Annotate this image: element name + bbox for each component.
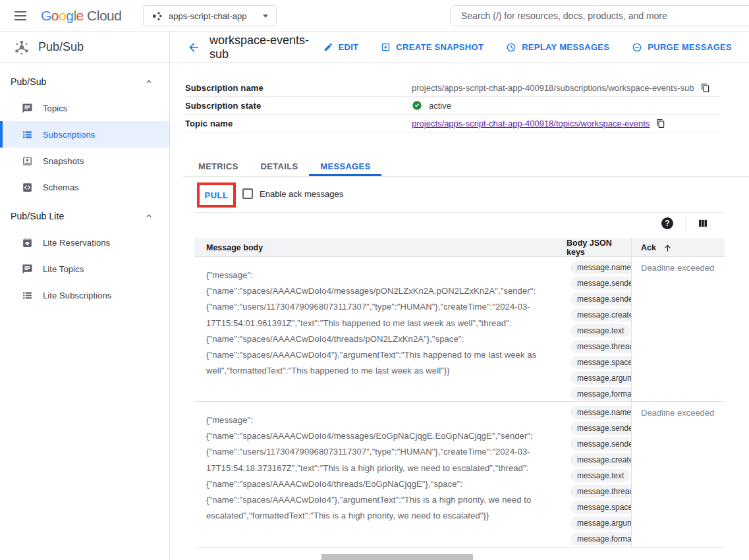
topics-icon: [22, 103, 33, 114]
json-key-chip: message.formattedText: [570, 387, 631, 401]
action-label: EDIT: [339, 42, 359, 52]
ack-column-label: Ack: [641, 243, 656, 252]
column-header-message-body: Message body: [194, 238, 567, 257]
main-content: Subscription name projects/apps-script-c…: [170, 63, 749, 560]
table-header: Message body Body JSON keys Ack: [194, 238, 725, 257]
nav-item-label: Topics: [43, 103, 67, 113]
sidebar-item-lite-reservations[interactable]: Lite Reservations: [0, 229, 169, 256]
clock-icon: [506, 42, 516, 53]
topbar: Google Cloud apps-script-chat-app: [0, 0, 749, 32]
sort-up-icon: [663, 243, 673, 253]
tab-bar: METRICSDETAILSMESSAGES: [183, 157, 749, 177]
action-label: CREATE SNAPSHOT: [396, 42, 484, 52]
pull-button-highlight: PULL: [197, 182, 236, 208]
json-keys-cell: message.namemessage.sender.namemessage.s…: [567, 257, 631, 401]
hamburger-menu-icon[interactable]: [14, 11, 28, 21]
nav-item-label: Snapshots: [43, 156, 84, 166]
json-key-chip: message.text: [570, 469, 630, 482]
sidebar-item-subscriptions[interactable]: Subscriptions: [0, 121, 169, 148]
nav-section-header-pub-sub[interactable]: Pub/Sub: [0, 69, 169, 95]
sidebar-item-snapshots[interactable]: Snapshots: [0, 148, 169, 174]
enable-ack-checkbox[interactable]: [242, 188, 253, 199]
action-label: PURGE MESSAGES: [648, 42, 732, 52]
page-header: workspace-events-sub EDITCREATE SNAPSHOT…: [170, 32, 749, 63]
google-cloud-logo[interactable]: Google Cloud: [41, 8, 121, 24]
message-body-cell: {"message": {"name":"spaces/AAAACwDoIo4/…: [194, 402, 567, 547]
section-divider: [194, 212, 725, 213]
pull-button[interactable]: PULL: [205, 190, 229, 200]
json-keys-cell: message.namemessage.sender.namemessage.s…: [567, 402, 631, 547]
nav-item-label: Subscriptions: [43, 130, 95, 140]
pubsub-icon: [13, 39, 30, 56]
horizontal-scrollbar-thumb[interactable]: [321, 554, 473, 560]
minus-circle-icon: [632, 42, 642, 53]
copy-button[interactable]: [656, 119, 665, 128]
ack-cell: Deadline exceeded: [631, 402, 725, 547]
message-body-cell: {"message": {"name":"spaces/AAAACwDoIo4/…: [194, 257, 567, 401]
json-key-chip: message.sender.name: [570, 277, 631, 290]
json-key-chip: message.space.name: [570, 356, 631, 369]
detail-label: Subscription state: [185, 101, 412, 111]
json-key-chip: message.space.name: [570, 501, 631, 514]
json-key-chip: message.createTime: [570, 453, 631, 466]
nav-item-label: Lite Topics: [43, 264, 84, 274]
replay-messages-button[interactable]: REPLAY MESSAGES: [506, 42, 609, 53]
copy-button[interactable]: [701, 83, 710, 93]
subscriptions-icon: [22, 129, 33, 140]
json-key-chip: message.text: [570, 324, 630, 337]
column-header-ack[interactable]: Ack: [631, 238, 725, 257]
nav-section-label: Pub/Sub: [11, 76, 144, 87]
detail-label: Topic name: [185, 119, 412, 128]
detail-row: Topic name projects/apps-script-chat-app…: [185, 115, 720, 132]
json-key-chip: message.thread.name: [570, 485, 631, 498]
topic-link[interactable]: projects/apps-script-chat-app-400918/top…: [412, 119, 650, 128]
nav-section-header-pub-sub-lite[interactable]: Pub/Sub Lite: [0, 203, 169, 229]
subscription-state-value: active: [429, 101, 451, 111]
sidebar-item-lite-subscriptions[interactable]: Lite Subscriptions: [0, 282, 169, 308]
messages-table: Message body Body JSON keys Ack {"messag…: [194, 238, 725, 548]
columns-icon[interactable]: [697, 217, 709, 229]
tab-messages[interactable]: MESSAGES: [309, 157, 381, 176]
search-bar: [450, 5, 749, 26]
chevron-up-icon: [144, 211, 153, 221]
tab-details[interactable]: DETAILS: [250, 157, 310, 176]
json-key-chip: message.createTime: [570, 308, 631, 322]
pencil-icon: [323, 42, 333, 52]
action-label: REPLAY MESSAGES: [522, 42, 609, 52]
sidebar-item-schemas[interactable]: Schemas: [0, 174, 169, 200]
product-name: Pub/Sub: [38, 40, 84, 54]
ack-cell: Deadline exceeded: [631, 257, 725, 401]
purge-messages-button[interactable]: PURGE MESSAGES: [632, 42, 732, 53]
nav-item-label: Schemas: [43, 182, 79, 192]
json-key-chip: message.formattedText: [570, 532, 631, 546]
edit-button[interactable]: EDIT: [323, 42, 359, 52]
reservations-icon: [22, 237, 33, 248]
detail-label: Subscription name: [185, 83, 412, 93]
page-title: workspace-events-sub: [209, 34, 323, 61]
json-key-chip: message.sender.name: [570, 422, 631, 435]
json-key-chip: message.sender.type: [570, 293, 631, 306]
nav-section-label: Pub/Sub Lite: [11, 211, 144, 221]
help-icon[interactable]: ?: [661, 217, 673, 229]
json-key-chip: message.argumentText: [570, 517, 631, 530]
sidebar-item-lite-topics[interactable]: Lite Topics: [0, 256, 169, 282]
project-selector[interactable]: apps-script-chat-app: [143, 5, 277, 26]
product-header: Pub/Sub: [0, 32, 170, 63]
sidebar-nav: Pub/Sub TopicsSubscriptionsSnapshotsSche…: [0, 63, 170, 560]
tab-metrics[interactable]: METRICS: [187, 157, 250, 176]
sidebar-item-topics[interactable]: Topics: [0, 95, 169, 121]
subscriptions-icon: [22, 290, 33, 301]
detail-row: Subscription state active: [185, 97, 720, 115]
nav-section-pub-sub-lite: Pub/Sub Lite Lite ReservationsLite Topic…: [0, 203, 169, 308]
topics-icon: [22, 264, 33, 275]
caret-down-icon: [263, 14, 268, 18]
back-arrow-icon[interactable]: [187, 41, 200, 54]
message-row: {"message": {"name":"spaces/AAAACwDoIo4/…: [194, 402, 725, 548]
json-key-chip: message.name: [570, 261, 631, 274]
enable-ack-label: Enable ack messages: [260, 189, 343, 199]
nav-section-pub-sub: Pub/Sub TopicsSubscriptionsSnapshotsSche…: [0, 69, 169, 200]
nav-item-label: Lite Reservations: [43, 238, 110, 248]
json-key-chip: message.thread.name: [570, 340, 631, 353]
search-input[interactable]: [451, 11, 749, 21]
create-snapshot-button[interactable]: CREATE SNAPSHOT: [381, 42, 484, 52]
